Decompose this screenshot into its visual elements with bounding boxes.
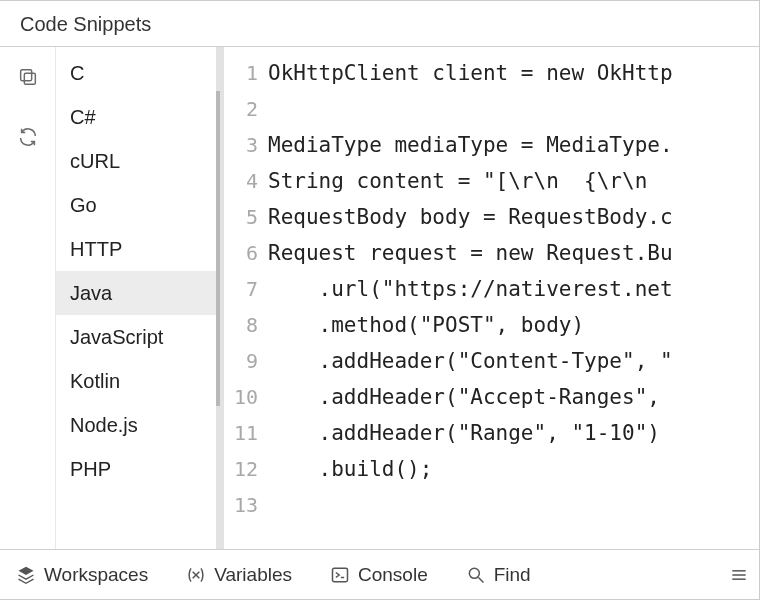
- code-line[interactable]: OkHttpClient client = new OkHttp: [268, 55, 759, 91]
- workspaces-label: Workspaces: [44, 564, 148, 586]
- line-number: 11: [234, 415, 258, 451]
- code-line[interactable]: .url("https://nativerest.net: [268, 271, 759, 307]
- console-label: Console: [358, 564, 428, 586]
- code-line[interactable]: String content = "[\r\n {\r\n: [268, 163, 759, 199]
- copy-icon: [17, 66, 39, 88]
- language-item-java[interactable]: Java: [56, 271, 216, 315]
- svg-line-7: [478, 577, 483, 582]
- copy-button[interactable]: [10, 59, 46, 95]
- code-line[interactable]: .addHeader("Range", "1-10"): [268, 415, 759, 451]
- line-number: 8: [246, 307, 258, 343]
- line-number: 1: [246, 55, 258, 91]
- language-item-go[interactable]: Go: [56, 183, 216, 227]
- line-number: 13: [234, 487, 258, 523]
- svg-rect-0: [24, 73, 35, 84]
- line-number: 4: [246, 163, 258, 199]
- panel-title: Code Snippets: [0, 1, 759, 47]
- refresh-button[interactable]: [10, 119, 46, 155]
- line-number: 10: [234, 379, 258, 415]
- search-icon: [466, 565, 486, 585]
- line-number: 3: [246, 127, 258, 163]
- code-line[interactable]: RequestBody body = RequestBody.c: [268, 199, 759, 235]
- code-line[interactable]: .addHeader("Accept-Ranges",: [268, 379, 759, 415]
- main-area: C C# cURL Go HTTP Java JavaScript Kotlin…: [0, 47, 759, 549]
- line-number: 12: [234, 451, 258, 487]
- language-item-nodejs[interactable]: Node.js: [56, 403, 216, 447]
- workspaces-button[interactable]: Workspaces: [6, 558, 158, 592]
- language-item-csharp[interactable]: C#: [56, 95, 216, 139]
- find-button[interactable]: Find: [456, 558, 541, 592]
- menu-icon[interactable]: [729, 565, 749, 585]
- icon-toolbar: [0, 47, 56, 549]
- workspaces-icon: [16, 565, 36, 585]
- line-number: 5: [246, 199, 258, 235]
- variables-button[interactable]: Variables: [176, 558, 302, 592]
- language-list: C C# cURL Go HTTP Java JavaScript Kotlin…: [56, 47, 216, 549]
- code-line[interactable]: MediaType mediaType = MediaType.: [268, 127, 759, 163]
- svg-point-6: [469, 568, 479, 578]
- language-item-php[interactable]: PHP: [56, 447, 216, 491]
- code-line[interactable]: .method("POST", body): [268, 307, 759, 343]
- editor-scrollbar[interactable]: [216, 47, 224, 549]
- code-line[interactable]: [268, 91, 759, 127]
- console-icon: [330, 565, 350, 585]
- line-number-gutter: 12345678910111213: [224, 55, 268, 549]
- language-item-curl[interactable]: cURL: [56, 139, 216, 183]
- status-bar: Workspaces Variables Console Find: [0, 549, 759, 599]
- code-editor[interactable]: 12345678910111213 OkHttpClient client = …: [224, 47, 759, 549]
- code-content[interactable]: OkHttpClient client = new OkHttpMediaTyp…: [268, 55, 759, 549]
- status-tail: [729, 565, 753, 585]
- language-item-c[interactable]: C: [56, 51, 216, 95]
- language-item-kotlin[interactable]: Kotlin: [56, 359, 216, 403]
- line-number: 7: [246, 271, 258, 307]
- line-number: 6: [246, 235, 258, 271]
- language-item-http[interactable]: HTTP: [56, 227, 216, 271]
- language-item-javascript[interactable]: JavaScript: [56, 315, 216, 359]
- variables-icon: [186, 565, 206, 585]
- line-number: 2: [246, 91, 258, 127]
- svg-rect-1: [20, 70, 31, 81]
- line-number: 9: [246, 343, 258, 379]
- variables-label: Variables: [214, 564, 292, 586]
- code-line[interactable]: [268, 487, 759, 523]
- console-button[interactable]: Console: [320, 558, 438, 592]
- refresh-icon: [17, 126, 39, 148]
- find-label: Find: [494, 564, 531, 586]
- code-line[interactable]: .addHeader("Content-Type", ": [268, 343, 759, 379]
- code-line[interactable]: .build();: [268, 451, 759, 487]
- code-line[interactable]: Request request = new Request.Bu: [268, 235, 759, 271]
